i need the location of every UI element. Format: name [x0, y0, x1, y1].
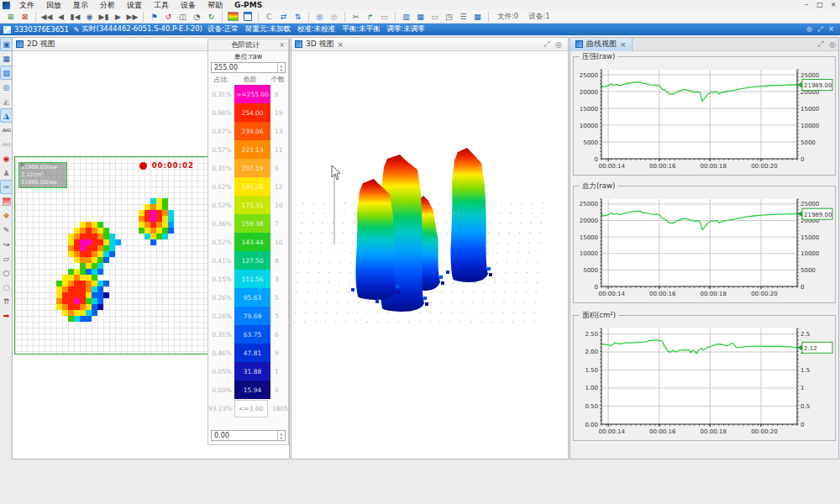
settings-icon[interactable]: ◎ — [553, 40, 564, 49]
layout-frame-icon[interactable]: ▭ — [428, 11, 441, 23]
loop-icon[interactable]: ↺ — [162, 11, 175, 23]
layout-2col-icon[interactable]: ▥ — [400, 11, 412, 23]
menu-item-8[interactable]: G-PMS — [228, 0, 268, 10]
monitor-icon[interactable]: ◳ — [443, 11, 455, 23]
step-back-icon[interactable]: ◀ — [55, 11, 67, 23]
grid-icon[interactable]: ▦ — [471, 11, 484, 23]
go-end-icon[interactable]: ▶▮ — [97, 11, 110, 23]
spinner-icon[interactable]: ▴▾ — [277, 431, 285, 440]
arrows-up-icon[interactable]: ⇈ — [1, 295, 12, 307]
heatmap-cell — [86, 222, 92, 228]
svg-text:1.00: 1.00 — [585, 385, 598, 391]
panel-3d-close-icon[interactable]: × — [338, 40, 344, 49]
menu-item-1[interactable]: 回放 — [40, 0, 67, 10]
heatmap-cell — [162, 222, 168, 228]
legend-percent: 0.15% — [208, 276, 232, 283]
close-icon[interactable]: × — [826, 25, 837, 34]
menu-item-7[interactable]: 帮助 — [202, 0, 228, 10]
expand-icon[interactable]: ⤢ — [541, 39, 553, 49]
surface-3d-view[interactable] — [291, 51, 568, 459]
list-icon[interactable]: ☰ — [457, 11, 470, 23]
legend-count: 6 — [270, 165, 288, 172]
svg-text:5000: 5000 — [583, 267, 598, 274]
gauge-icon[interactable]: ◔ — [191, 11, 203, 23]
svg-text:00:00:20: 00:00:20 — [751, 163, 777, 170]
spinner-icon[interactable]: ▴▾ — [277, 63, 285, 72]
legend-close-icon[interactable]: × — [279, 41, 285, 49]
rewind-icon[interactable]: ◀◀ — [40, 11, 53, 23]
prism-gray-icon[interactable]: ◭ — [1, 95, 12, 108]
heatmap-grid[interactable]: 21989.00raw2.12cm²21989.00raw 00:00:02 — [14, 156, 208, 354]
legend-min-input[interactable]: 0.00 ▴▾ — [211, 430, 286, 441]
view-grid-icon[interactable]: ▦ — [1, 52, 12, 65]
heatmap-cell — [80, 298, 86, 304]
paint-icon[interactable]: ▨ — [1, 66, 12, 79]
menu-item-4[interactable]: 设置 — [121, 0, 148, 10]
avg-icon[interactable]: AVG — [1, 123, 12, 136]
legend-row: 0.62%191.2512 — [208, 177, 288, 196]
ellipse-icon[interactable]: ○ — [1, 266, 12, 279]
colorbar-icon[interactable] — [227, 11, 239, 23]
go-start-icon[interactable]: ▮◀ — [69, 11, 81, 23]
target-icon[interactable]: ◎ — [1, 81, 12, 93]
frame-icon[interactable]: ▭ — [378, 11, 391, 23]
stamp-icon[interactable]: ♟ — [1, 166, 12, 179]
probe-icon[interactable]: ✑ — [1, 181, 12, 193]
menu-item-0[interactable]: 文件 — [13, 0, 40, 10]
svg-text:0: 0 — [595, 284, 598, 291]
maximize-button[interactable]: □ — [813, 0, 827, 10]
heatmap-cell — [86, 298, 92, 304]
pencil-icon[interactable]: ✎ — [1, 223, 12, 236]
export-run-icon[interactable]: ➡ — [1, 309, 12, 322]
prism-blue-icon[interactable]: ◮ — [1, 109, 12, 122]
view-2d-icon[interactable]: ▣ — [1, 38, 12, 50]
expand-icon[interactable]: ⤢ — [815, 39, 827, 49]
video-icon[interactable]: ◫ — [176, 11, 189, 23]
trash-icon[interactable] — [241, 11, 254, 23]
avg-gray-icon[interactable]: AVG — [1, 138, 12, 150]
menu-item-2[interactable]: 显示 — [67, 0, 94, 10]
edit-icon[interactable]: ✎ — [74, 26, 80, 34]
target-gray-icon[interactable]: ◎ — [328, 11, 340, 23]
pin-icon[interactable]: ⚑ — [148, 11, 160, 23]
heatmap-cell — [86, 316, 92, 322]
circle-dashed-icon[interactable]: ◌ — [1, 281, 12, 293]
step-forward-icon[interactable]: ▶ — [112, 11, 124, 23]
svg-text:5000: 5000 — [801, 139, 816, 146]
legend-percent: 0.62% — [208, 183, 232, 191]
record-dot-icon — [139, 162, 147, 170]
status-field-4: 调零:未调零 — [386, 24, 424, 34]
menu-item-5[interactable]: 工具 — [148, 0, 175, 10]
target-blue-icon[interactable]: ◎ — [313, 11, 326, 23]
sync-icon[interactable]: ↻ — [205, 11, 218, 23]
close-button[interactable]: × — [827, 0, 840, 10]
export-icon[interactable]: ↱ — [364, 11, 376, 23]
heatmap-cell — [92, 222, 97, 228]
settings-icon[interactable]: ◎ — [804, 25, 815, 34]
pin-marker-icon — [20, 162, 24, 166]
legend-max-input[interactable]: 255.00 ▴▾ — [211, 62, 286, 73]
polygon-icon[interactable]: ▱ — [1, 252, 12, 265]
tab-curves[interactable]: 曲线视图 × — [570, 38, 633, 51]
cut-icon[interactable]: ✂ — [349, 11, 362, 23]
quad-color-icon[interactable]: ❖ — [1, 209, 12, 222]
expand-icon[interactable]: ⤢ — [815, 25, 826, 34]
polyline-icon[interactable]: ↝ — [1, 238, 12, 250]
swap-vertical-icon[interactable]: ⇅ — [291, 11, 304, 23]
record-target-icon[interactable]: ◉ — [1, 152, 12, 165]
layout-3col-icon[interactable]: ▦ — [414, 11, 427, 23]
add-view-icon[interactable]: ⊞ — [4, 11, 17, 23]
menu-item-6[interactable]: 设备 — [175, 0, 202, 10]
swap-horizontal-icon[interactable]: ⇄ — [277, 11, 290, 23]
record-icon[interactable]: ◉ — [83, 11, 96, 23]
refresh-icon[interactable]: C — [263, 11, 276, 23]
fast-forward-icon[interactable]: ▶▶ — [126, 11, 139, 23]
gradient-icon[interactable] — [1, 195, 12, 207]
close-view-icon[interactable]: ⊠ — [18, 11, 31, 23]
heatmap-cell — [80, 286, 86, 292]
menu-item-3[interactable]: 分析 — [94, 0, 121, 10]
tab-curves-close-icon[interactable]: × — [620, 40, 627, 49]
settings-icon[interactable]: ◎ — [827, 40, 838, 49]
minimize-button[interactable]: – — [800, 0, 813, 10]
tab-curves-title: 曲线视图 — [586, 39, 617, 50]
